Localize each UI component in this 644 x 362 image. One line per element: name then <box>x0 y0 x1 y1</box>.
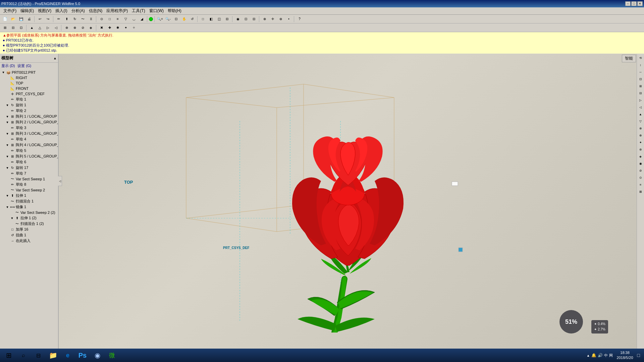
tree-item-sketch3[interactable]: ✏草绘 3 <box>1 125 57 131</box>
edge-button[interactable]: e <box>62 350 74 361</box>
menu-item-2[interactable]: 视图(V) <box>36 7 53 14</box>
tree-item-sketch2[interactable]: ✏草绘 2 <box>1 108 57 114</box>
rotate-view-btn[interactable]: ↺ <box>189 15 196 23</box>
search-button[interactable]: ⌕ <box>17 350 30 361</box>
view3-btn[interactable]: ◫ <box>215 15 223 23</box>
pan-btn[interactable]: ✋ <box>180 15 188 23</box>
chamfer-btn[interactable]: ◢ <box>138 15 146 23</box>
t2-btn3[interactable]: ⊡ <box>17 24 25 32</box>
tree-item-sweep_blend1[interactable]: 〜扫描混合 1 <box>1 198 57 204</box>
tree-item-twist1[interactable]: ↺扭曲 1 <box>1 232 57 238</box>
t2-btn5[interactable]: △ <box>36 24 44 32</box>
obs-button[interactable]: ◉ <box>91 350 103 361</box>
datum-btn[interactable]: ⊕ <box>261 15 268 23</box>
t2-btn14[interactable]: ✱ <box>114 24 121 32</box>
rt-btn19[interactable]: ≡ <box>637 181 644 188</box>
tree-item-sketch8[interactable]: ✏草绘 8 <box>1 182 57 187</box>
sketch-btn[interactable]: ✏ <box>55 15 62 23</box>
t2-btn4[interactable]: ▲ <box>28 24 36 32</box>
view2-btn[interactable]: ◧ <box>207 15 215 23</box>
t2-btn12[interactable]: ✖ <box>98 24 105 32</box>
minimize-button[interactable]: – <box>625 1 631 6</box>
view1-btn[interactable]: □ <box>199 15 207 23</box>
rib-btn[interactable]: ≡ <box>114 15 121 23</box>
zoom-out-btn[interactable]: 🔍- <box>164 15 172 23</box>
menu-item-4[interactable]: 分析(A) <box>69 7 87 14</box>
shading-btn[interactable]: ◉ <box>234 15 241 23</box>
tree-item-pull1_2[interactable]: ▼⬆拉伸 1 (2) <box>1 215 57 221</box>
tree-item-right[interactable]: 📐RIGHT <box>1 75 57 80</box>
t2-btn15[interactable]: ✦ <box>122 24 129 32</box>
hidden-btn[interactable]: ⊟ <box>250 15 258 23</box>
wireframe-btn[interactable]: ⊡ <box>242 15 250 23</box>
rt-btn18[interactable]: ⊙ <box>637 174 644 181</box>
rt-btn1[interactable]: ⟲ <box>637 55 644 61</box>
tray-up-arrow[interactable]: ▲ <box>587 354 590 357</box>
t2-btn1[interactable]: ⊞ <box>1 24 9 32</box>
menu-item-7[interactable]: 工具(T) <box>130 7 147 14</box>
axis-btn[interactable]: ✛ <box>269 15 276 23</box>
zoom-in-btn[interactable]: 🔍+ <box>156 15 164 23</box>
redo-btn[interactable]: ↪ <box>44 15 52 23</box>
tree-item-array1[interactable]: ▼⊞阵列 1 / LOCAL_GROUP <box>1 114 57 119</box>
tree-item-varsweep2_2[interactable]: 〜Var Sect Sweep 2 (2) <box>1 210 57 215</box>
round-btn[interactable]: ◡ <box>130 15 138 23</box>
print-btn[interactable]: 🖨 <box>25 15 33 23</box>
hole-btn[interactable]: ⊙ <box>98 15 105 23</box>
wechat-button[interactable]: 微 <box>106 350 118 361</box>
rt-btn8[interactable]: ◁ <box>637 104 644 111</box>
revolve-btn[interactable]: ↻ <box>71 15 78 23</box>
t2-btn16[interactable]: ✧ <box>130 24 138 32</box>
rt-btn17[interactable]: ⊘ <box>637 167 644 174</box>
rt-btn10[interactable]: ▽ <box>637 118 644 125</box>
rt-btn2[interactable]: ↕ <box>637 62 644 68</box>
rt-btn4[interactable]: ⊡ <box>637 76 644 82</box>
menu-item-0[interactable]: 文件(F) <box>1 7 18 14</box>
rt-btn7[interactable]: ▷ <box>637 97 644 104</box>
photoshop-button[interactable]: Ps <box>76 350 89 361</box>
tree-item-prt0012[interactable]: ▼📦PRT0012.PRT <box>1 70 57 75</box>
help-btn[interactable]: ? <box>296 15 303 23</box>
save-btn[interactable]: 💾 <box>17 15 25 23</box>
menu-item-5[interactable]: 信息(N) <box>87 7 105 14</box>
rt-btn16[interactable]: ◉ <box>637 160 644 167</box>
rt-btn12[interactable]: ⊕ <box>637 132 644 139</box>
t2-btn9[interactable]: ⊗ <box>71 24 78 32</box>
rt-btn6[interactable]: ⊟ <box>637 90 644 97</box>
tree-item-array5[interactable]: ▼⊞阵列 5 / LOCAL_GROUP_12 <box>1 154 57 159</box>
menu-item-1[interactable]: 编辑(E) <box>18 7 36 14</box>
rt-btn20[interactable]: ⊠ <box>637 188 644 195</box>
point-btn[interactable]: • <box>285 15 292 23</box>
tree-item-array4[interactable]: ▼⊞阵列 4 / LOCAL_GROUP_9 <box>1 142 57 148</box>
maximize-button[interactable]: □ <box>631 1 637 6</box>
tree-item-sketch6[interactable]: ✏草绘 6 <box>1 159 57 165</box>
draft-btn[interactable]: ▽ <box>122 15 129 23</box>
viewport[interactable]: 智能 TOP PRT_CSYS_DEF <box>59 54 637 354</box>
rt-btn11[interactable]: ⊗ <box>637 125 644 132</box>
notifications-button[interactable]: □ <box>636 353 641 358</box>
undo-btn[interactable]: ↩ <box>36 15 44 23</box>
t2-btn11[interactable]: ◈ <box>87 24 95 32</box>
tree-item-array2[interactable]: ▼⊞阵列 2 / LOCAL_GROUP_3 <box>1 119 57 125</box>
menu-item-6[interactable]: 应用程序(P) <box>104 7 130 14</box>
t2-btn2[interactable]: ⊟ <box>9 24 17 32</box>
t2-btn6[interactable]: ▷ <box>44 24 52 32</box>
tree-item-thicken16[interactable]: □加厚 16 <box>1 227 57 232</box>
tree-item-top[interactable]: 📐TOP <box>1 80 57 86</box>
task-view-button[interactable]: ⊟ <box>32 350 44 361</box>
csys-btn[interactable]: ⊛ <box>277 15 284 23</box>
rt-btn15[interactable]: ◈ <box>637 153 644 160</box>
tree-item-mirror1[interactable]: ▼⟺镜像 1 <box>1 204 57 210</box>
tree-item-sketch4[interactable]: ✏草绘 4 <box>1 136 57 142</box>
rt-btn3[interactable]: ↔ <box>637 69 644 75</box>
tree-item-varsweep1[interactable]: 〜Var Sect Sweep 1 <box>1 176 57 182</box>
extrude-btn[interactable]: ⬆ <box>63 15 70 23</box>
view4-btn[interactable]: ⊟ <box>223 15 231 23</box>
tree-item-sweep_blend1_2[interactable]: 〜扫描混合 1 (2) <box>1 221 57 227</box>
smart-button[interactable]: 智能 <box>622 55 636 62</box>
t2-btn7[interactable]: ◁ <box>52 24 60 32</box>
tree-item-rotate1[interactable]: ▼↻旋转 1 <box>1 102 57 108</box>
zoom-fit-btn[interactable]: ⊡ <box>172 15 180 23</box>
tree-item-insert_here[interactable]: →在此插入 <box>1 238 57 244</box>
tree-item-front[interactable]: 📐FRONT <box>1 86 57 91</box>
